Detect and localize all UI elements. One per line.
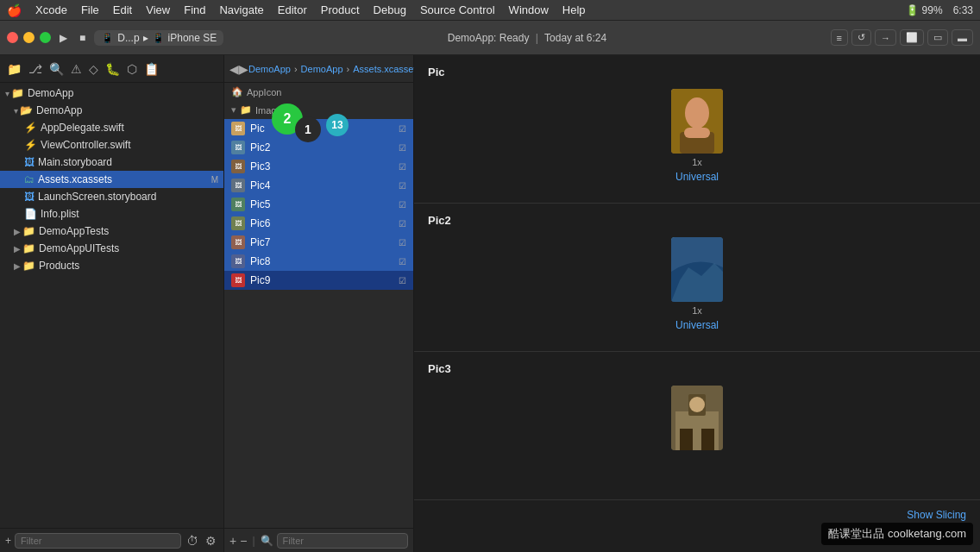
- stop-button[interactable]: ■: [76, 30, 89, 46]
- tree-item-demoapp-group[interactable]: ▾ 📂 DemoApp: [0, 102, 223, 119]
- breadcrumb-demoapp2[interactable]: DemoApp: [301, 64, 343, 74]
- tree-item-main-storyboard[interactable]: 🖼 Main.storyboard: [0, 154, 223, 171]
- navigate-forward-button[interactable]: ▶: [239, 62, 248, 76]
- expand-arrow: ▾: [5, 89, 9, 98]
- asset-name-pic: Pic: [250, 122, 265, 135]
- version-toggle[interactable]: ▬: [952, 29, 973, 46]
- asset-filter-input[interactable]: [277, 533, 409, 549]
- asset-thumbnail-pic8: 🖼: [231, 254, 245, 268]
- source-control-icon-btn[interactable]: ⎇: [27, 60, 44, 78]
- menu-view[interactable]: View: [146, 3, 170, 16]
- asset-preview-pic2: 1x Universal: [428, 237, 966, 341]
- asset-preview-universal-pic[interactable]: Universal: [675, 171, 719, 183]
- menu-window[interactable]: Window: [509, 3, 549, 16]
- tree-label: DemoApp: [28, 87, 73, 99]
- modified-badge: M: [211, 175, 218, 185]
- menu-editor[interactable]: Editor: [278, 3, 307, 16]
- debug-icon-btn[interactable]: 🐛: [104, 60, 122, 78]
- asset-name-pic7: Pic7: [250, 236, 270, 248]
- tree-label: ViewController.swift: [41, 139, 130, 151]
- run-button[interactable]: ▶: [56, 30, 71, 46]
- tree-item-demoapp-tests[interactable]: ▶ 📁 DemoAppTests: [0, 223, 223, 240]
- menu-product[interactable]: Product: [321, 3, 360, 16]
- menu-file[interactable]: File: [81, 3, 99, 16]
- show-slicing-button[interactable]: Show Slicing: [907, 509, 966, 521]
- navigate-back-button[interactable]: ◀: [229, 62, 239, 76]
- asset-thumbnail-pic: 🖼: [231, 122, 245, 135]
- asset-name-pic8: Pic8: [250, 255, 270, 267]
- asset-row-pic2[interactable]: 🖼 Pic2 ☑: [224, 138, 413, 157]
- menu-debug[interactable]: Debug: [374, 3, 406, 16]
- asset-check-pic: ☑: [399, 124, 406, 134]
- content-scroll[interactable]: Pic 1x: [414, 55, 980, 552]
- asset-row-pic5[interactable]: 🖼 Pic5 ☑: [224, 195, 413, 214]
- forward-button[interactable]: →: [875, 29, 896, 46]
- apple-menu[interactable]: 🍎: [7, 3, 22, 17]
- navigator-filter-input[interactable]: [15, 533, 181, 549]
- add-filter-icon[interactable]: +: [5, 535, 11, 547]
- tree-item-launchscreen[interactable]: 🖼 LaunchScreen.storyboard: [0, 188, 223, 205]
- asset-row-pic4[interactable]: 🖼 Pic4 ☑: [224, 176, 413, 195]
- menu-find[interactable]: Find: [184, 3, 205, 16]
- asset-row-pic9[interactable]: 🖼 Pic9 ☑: [224, 271, 413, 290]
- minimize-window-button[interactable]: [23, 32, 35, 43]
- asset-row-pic6[interactable]: 🖼 Pic6 ☑: [224, 214, 413, 233]
- folder-icon-btn[interactable]: 📁: [5, 60, 23, 78]
- build-status: DemoApp: Ready | Today at 6:24: [229, 32, 825, 44]
- tree-item-assets[interactable]: 🗂 Assets.xcassets M: [0, 171, 223, 188]
- expand-arrow: ▶: [14, 261, 21, 271]
- asset-preview-label-pic2: 1x: [692, 305, 702, 316]
- asset-row-pic3[interactable]: 🖼 Pic3 ☑: [224, 157, 413, 176]
- assistant-toggle[interactable]: ▭: [927, 29, 948, 46]
- close-window-button[interactable]: [7, 32, 18, 43]
- asset-section-pic3-title: Pic3: [428, 362, 966, 375]
- asset-name-pic2: Pic2: [250, 141, 270, 154]
- asset-group-images: ▾ 📁 Images: [224, 101, 413, 119]
- asset-row-pic7[interactable]: 🖼 Pic7 ☑: [224, 233, 413, 252]
- remove-asset-button[interactable]: −: [240, 534, 247, 548]
- breakpoint-icon-btn[interactable]: ⬡: [125, 60, 139, 78]
- menu-edit[interactable]: Edit: [113, 3, 132, 16]
- asset-thumbnail-pic2: 🖼: [231, 141, 245, 154]
- maximize-window-button[interactable]: [40, 32, 51, 43]
- simulator-icon: 📱: [152, 32, 165, 44]
- tree-item-demoapp-uitests[interactable]: ▶ 📁 DemoAppUITests: [0, 240, 223, 257]
- report-icon-btn[interactable]: 📋: [142, 60, 160, 78]
- menu-source-control[interactable]: Source Control: [420, 3, 495, 16]
- asset-check-pic4: ☑: [399, 181, 406, 191]
- expand-arrow: ▶: [14, 227, 21, 236]
- asset-thumbnail-pic3: 🖼: [231, 160, 245, 173]
- back-forward-button[interactable]: ↺: [851, 29, 871, 46]
- menu-xcode[interactable]: Xcode: [35, 3, 67, 16]
- tree-item-viewcontroller[interactable]: ⚡ ViewController.swift: [0, 136, 223, 154]
- breadcrumb-demoapp[interactable]: DemoApp: [248, 64, 291, 74]
- menubar: 🍎 Xcode File Edit View Find Navigate Edi…: [0, 0, 980, 21]
- asset-preview-universal-pic2[interactable]: Universal: [675, 319, 719, 331]
- asset-preview-img-pic3: [671, 386, 723, 450]
- filter-icon: 🔍: [261, 535, 273, 547]
- menu-navigate[interactable]: Navigate: [219, 3, 263, 16]
- warning-icon-btn[interactable]: ⚠: [69, 60, 84, 78]
- asset-list: 🏠 AppIcon ▾ 📁 Images 🖼 Pic ☑ 🖼 Pic2 ☑: [224, 83, 413, 528]
- svg-point-1: [685, 97, 709, 129]
- tree-item-products[interactable]: ▶ 📁 Products: [0, 257, 223, 274]
- asset-thumbnail-pic5: 🖼: [231, 198, 245, 211]
- menu-help[interactable]: Help: [562, 3, 586, 16]
- asset-check-pic3: ☑: [399, 162, 406, 172]
- asset-row-pic8[interactable]: 🖼 Pic8 ☑: [224, 252, 413, 271]
- test-icon-btn[interactable]: ◇: [87, 60, 100, 78]
- filter-options-button[interactable]: ⚙: [204, 532, 218, 549]
- tree-item-demoapp-root[interactable]: ▾ 📁 DemoApp: [0, 85, 223, 102]
- breadcrumb-assets[interactable]: Assets.xcassets: [353, 64, 421, 74]
- navigator-toggle[interactable]: ≡: [831, 29, 848, 46]
- scheme-selector[interactable]: 📱 D...p ▸ 📱 iPhone SE: [94, 30, 223, 46]
- add-asset-button[interactable]: +: [229, 534, 236, 548]
- badge-dark: 1: [295, 116, 321, 142]
- svg-rect-11: [680, 429, 693, 450]
- tree-item-infoplist[interactable]: 📄 Info.plist: [0, 205, 223, 223]
- search-icon-btn[interactable]: 🔍: [47, 60, 66, 78]
- filter-history-button[interactable]: ⏱: [185, 532, 200, 549]
- tree-item-appdelegate[interactable]: ⚡ AppDelegate.swift: [0, 119, 223, 136]
- editor-toggle[interactable]: ⬜: [900, 29, 924, 46]
- appicon-label: AppIcon: [247, 87, 281, 97]
